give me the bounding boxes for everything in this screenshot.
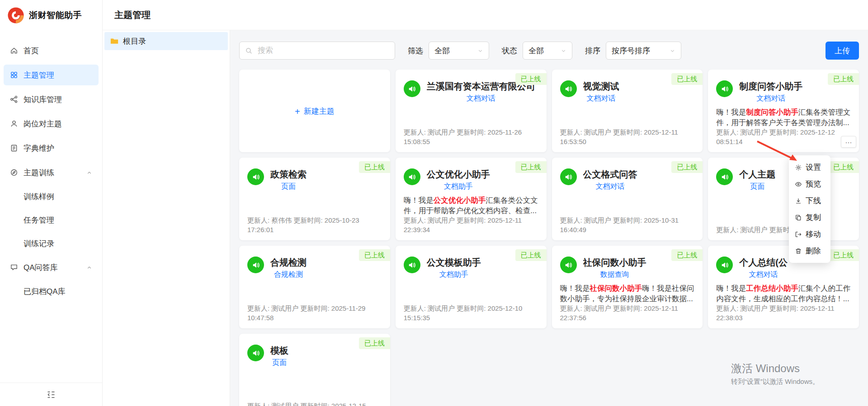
card-footer: 更新人: 测试用户 更新时间: 2025-12-11 22:38:03 bbox=[716, 303, 851, 323]
speaker-icon bbox=[247, 257, 264, 273]
sidebar-subitem-5-1[interactable]: 任务管理 bbox=[4, 210, 99, 230]
sidebar-item-label: 知识库管理 bbox=[24, 94, 62, 105]
chevron-up-icon[interactable] bbox=[86, 265, 92, 271]
card-tag-link[interactable]: 文档对话 bbox=[749, 270, 778, 280]
speaker-icon bbox=[404, 168, 420, 185]
sidebar-subitem-5-0[interactable]: 训练样例 bbox=[4, 187, 99, 206]
card-title: 个人总结(公 bbox=[739, 257, 788, 268]
topic-card-8[interactable]: 已上线公文模板助手文档助手更新人: 测试用户 更新时间: 2025-12-10 … bbox=[396, 246, 547, 328]
topic-card-4[interactable]: 已上线公文优化小助手文档助手嗨！我是公文优化小助手汇集各类公文文件，用于帮助客户… bbox=[396, 158, 547, 240]
card-tag-link[interactable]: 文档助手 bbox=[439, 270, 468, 280]
card-tag-link[interactable]: 文档对话 bbox=[756, 94, 785, 103]
new-topic-card[interactable]: + 新建主题 bbox=[239, 70, 390, 152]
chevron-down-icon bbox=[561, 48, 566, 54]
topic-card-9[interactable]: 已上线社保问数小助手数据查询嗨！我是社保问数小助手嗨！我是社保问数小助手，专为社… bbox=[552, 246, 703, 328]
card-footer: 更新人: 测试用户 更新时间: 2025-12-11 16:53:50 bbox=[560, 127, 695, 147]
brand-logo-icon bbox=[7, 7, 24, 24]
chevron-down-icon bbox=[477, 48, 483, 54]
search-box[interactable] bbox=[239, 42, 395, 60]
card-title: 社保问数小助手 bbox=[583, 257, 646, 268]
sidebar-subitem-6-0[interactable]: 已归档QA库 bbox=[4, 281, 99, 301]
sidebar-item-label: 主题训练 bbox=[24, 168, 54, 178]
directory-tree: 根目录 bbox=[103, 30, 230, 406]
card-description: 嗨！我是工作总结小助手汇集个人的工作内容文件，生成相应的工作内容总结！... bbox=[716, 283, 851, 303]
context-menu-item-4[interactable]: 移动 bbox=[793, 226, 827, 243]
sidebar-item-3[interactable]: 岗位对主题 bbox=[4, 113, 99, 134]
sidebar-item-5[interactable]: 主题训练 bbox=[4, 162, 99, 183]
filter-select-value: 按序号排序 bbox=[612, 46, 650, 56]
card-footer: 更新人: 测试用户 更新时间: 2025-12-11 22:37:56 bbox=[560, 303, 695, 323]
card-tag-link[interactable]: 页面 bbox=[750, 182, 764, 191]
context-menu-item-label: 删除 bbox=[806, 246, 821, 256]
watermark-title: 激活 Windows bbox=[731, 361, 819, 376]
folder-icon bbox=[110, 37, 119, 46]
card-footer: 更新人: 测试用户 更新时间: 2025-12-11 22:39:34 bbox=[404, 215, 538, 235]
app-root: 浙财智能助手 首页主题管理知识库管理岗位对主题字典维护主题训练训练样例任务管理训… bbox=[0, 0, 868, 406]
card-tag-link[interactable]: 文档对话 bbox=[587, 94, 616, 103]
sidebar-item-6[interactable]: QA问答库 bbox=[4, 257, 99, 278]
topic-card-3[interactable]: 已上线政策检索页面更新人: 蔡伟伟 更新时间: 2025-10-23 17:26… bbox=[239, 158, 390, 240]
sidebar-item-2[interactable]: 知识库管理 bbox=[4, 89, 99, 110]
card-tag-link[interactable]: 页面 bbox=[272, 358, 287, 368]
status-badge: 已上线 bbox=[828, 161, 859, 173]
topic-card-5[interactable]: 已上线公文格式问答文档对话更新人: 测试用户 更新时间: 2025-10-31 … bbox=[552, 158, 703, 240]
status-badge: 已上线 bbox=[515, 249, 547, 261]
speaker-icon bbox=[716, 257, 733, 273]
menu-fold-icon[interactable] bbox=[47, 390, 56, 399]
context-menu-item-1[interactable]: 预览 bbox=[793, 176, 827, 192]
status-badge: 已上线 bbox=[515, 161, 547, 173]
filter-select[interactable]: 按序号排序 bbox=[606, 42, 681, 60]
sidebar-subitem-label: 训练样例 bbox=[24, 191, 54, 202]
speaker-icon bbox=[560, 257, 577, 273]
sidebar-footer bbox=[0, 383, 102, 406]
topic-card-0[interactable]: 已上线兰溪国有资本运营有限公司文档对话更新人: 测试用户 更新时间: 2025-… bbox=[396, 70, 547, 152]
card-tag-link[interactable]: 页面 bbox=[281, 182, 296, 191]
sidebar-item-1[interactable]: 主题管理 bbox=[4, 65, 99, 85]
filter-group-2: 排序按序号排序 bbox=[585, 42, 681, 60]
search-icon bbox=[245, 47, 253, 55]
topic-card-11[interactable]: 已上线模板页面更新人: 测试用户 更新时间: 2025-12-15 bbox=[239, 334, 390, 406]
speaker-icon bbox=[716, 168, 733, 185]
sidebar: 浙财智能助手 首页主题管理知识库管理岗位对主题字典维护主题训练训练样例任务管理训… bbox=[0, 0, 103, 406]
card-tag-link[interactable]: 合规检测 bbox=[274, 270, 303, 280]
card-tag-link[interactable]: 文档助手 bbox=[444, 182, 473, 191]
filter-label: 筛选 bbox=[408, 46, 423, 56]
topic-card-10[interactable]: 已上线个人总结(公文档对话嗨！我是工作总结小助手汇集个人的工作内容文件，生成相应… bbox=[708, 246, 859, 328]
status-badge: 已上线 bbox=[359, 337, 390, 349]
upload-button[interactable]: 上传 bbox=[826, 42, 859, 60]
card-tag-link[interactable]: 文档对话 bbox=[596, 182, 625, 191]
card-title: 模板 bbox=[270, 345, 288, 356]
context-menu-item-3[interactable]: 复制 bbox=[793, 209, 827, 226]
card-description: 嗨！我是社保问数小助手嗨！我是社保问数小助手，专为社保持股企业审计数据... bbox=[560, 283, 695, 303]
sidebar-subitem-5-2[interactable]: 训练记录 bbox=[4, 233, 99, 253]
chevron-up-icon[interactable] bbox=[86, 170, 92, 176]
filter-select[interactable]: 全部 bbox=[429, 42, 489, 60]
card-description: 嗨！我是公文优化小助手汇集各类公文文件，用于帮助客户优化文档内容、检查... bbox=[404, 195, 538, 215]
card-tag-link[interactable]: 文档对话 bbox=[467, 94, 495, 103]
topic-card-7[interactable]: 已上线合规检测合规检测更新人: 测试用户 更新时间: 2025-11-29 10… bbox=[239, 246, 390, 328]
topic-card-1[interactable]: 已上线视觉测试文档对话更新人: 测试用户 更新时间: 2025-12-11 16… bbox=[552, 70, 703, 152]
main-area: 筛选全部状态全部排序按序号排序 上传 + 新建主题 已上线兰溪国有资本运营有限公… bbox=[230, 30, 868, 406]
tree-node-root[interactable]: 根目录 bbox=[104, 32, 228, 50]
card-title: 公文优化小助手 bbox=[427, 169, 490, 180]
sidebar-item-4[interactable]: 字典维护 bbox=[4, 138, 99, 159]
context-menu-item-label: 预览 bbox=[806, 179, 821, 189]
status-badge: 已上线 bbox=[359, 249, 390, 261]
topic-card-6[interactable]: 已上线个人主题页面更新人: 测试用户 更新时间: 16:51:43 bbox=[708, 158, 859, 240]
context-menu-item-label: 移动 bbox=[806, 229, 821, 239]
watermark-subtitle: 转到“设置”以激活 Windows。 bbox=[731, 378, 819, 386]
card-tag-link[interactable]: 数据查询 bbox=[600, 270, 629, 280]
context-menu-item-2[interactable]: 下线 bbox=[793, 192, 827, 209]
filter-label: 排序 bbox=[585, 46, 600, 56]
more-actions-button[interactable]: ··· bbox=[841, 136, 856, 148]
windows-watermark: 激活 Windows 转到“设置”以激活 Windows。 bbox=[731, 361, 819, 386]
context-menu-item-0[interactable]: 设置 bbox=[793, 159, 827, 176]
search-input[interactable] bbox=[257, 46, 389, 56]
topic-card-2[interactable]: 已上线制度问答小助手文档对话嗨！我是制度问答小助手汇集各类管理文件，用于解答客户… bbox=[708, 70, 859, 152]
context-menu-item-5[interactable]: 删除 bbox=[793, 243, 827, 259]
card-title: 视觉测试 bbox=[583, 81, 619, 92]
filter-select[interactable]: 全部 bbox=[523, 42, 572, 60]
share-icon bbox=[10, 95, 18, 103]
sidebar-item-0[interactable]: 首页 bbox=[4, 40, 99, 61]
card-title: 个人主题 bbox=[739, 169, 775, 180]
